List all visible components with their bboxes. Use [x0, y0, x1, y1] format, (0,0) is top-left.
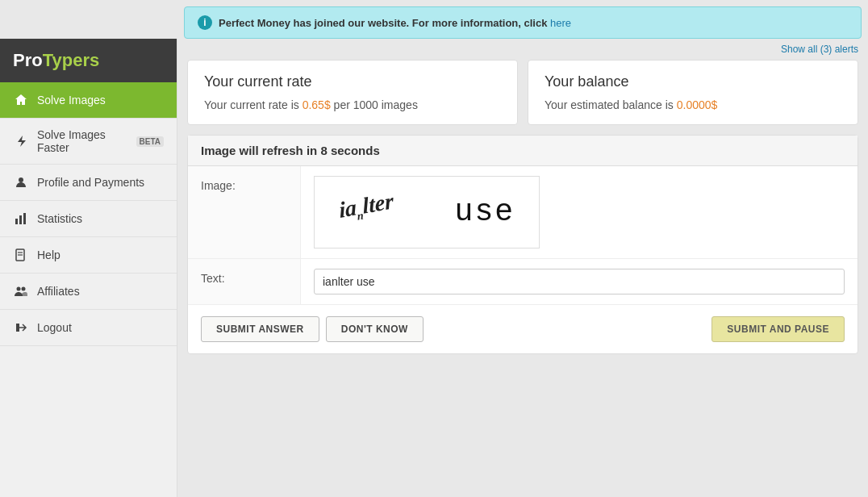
main-content: Show all (3) alerts Your current rate Yo… [177, 39, 868, 497]
info-icon: i [198, 15, 212, 30]
rate-value: 0.65$ [303, 98, 331, 111]
rate-card-body: Your current rate is 0.65$ per 1000 imag… [204, 98, 501, 111]
book-icon [13, 247, 29, 263]
sidebar-item-solve-faster[interactable]: Solve Images Faster BETA [0, 119, 177, 165]
text-field [301, 259, 858, 304]
logout-icon [13, 320, 29, 336]
bolt-icon [13, 133, 29, 149]
cards-row: Your current rate Your current rate is 0… [187, 60, 858, 125]
home-icon [13, 92, 29, 108]
alerts-link[interactable]: Show all (3) alerts [781, 44, 858, 55]
captcha-image: ianlter use [314, 176, 540, 248]
balance-value: 0.0000$ [677, 98, 718, 111]
text-label: Text: [188, 259, 301, 304]
people-icon [13, 283, 29, 299]
captcha-part1: ianlter [338, 188, 395, 226]
sidebar-label-profile: Profile and Payments [37, 176, 144, 189]
captcha-part2: use [455, 194, 515, 229]
sidebar-label-solve-images: Solve Images [37, 94, 106, 106]
sidebar-label-affiliates: Affiliates [37, 285, 80, 298]
captcha-input[interactable] [314, 269, 845, 294]
sidebar-label-solve-faster: Solve Images Faster [37, 128, 128, 154]
submit-answer-button[interactable]: SUBMIT ANSWER [201, 316, 319, 342]
sidebar-item-help[interactable]: Help [0, 237, 177, 274]
sidebar-label-statistics: Statistics [37, 212, 82, 225]
dont-know-button[interactable]: DON'T KNOW [326, 316, 424, 342]
svg-rect-3 [23, 213, 26, 224]
balance-card-title: Your balance [545, 73, 841, 90]
balance-card: Your balance Your estimated balance is 0… [528, 60, 858, 125]
rate-text-before: Your current rate is [204, 98, 299, 111]
sidebar-item-solve-images[interactable]: Solve Images [0, 82, 177, 119]
svg-point-8 [22, 287, 26, 291]
svg-rect-1 [15, 219, 18, 224]
sidebar-item-affiliates[interactable]: Affiliates [0, 274, 177, 310]
submit-and-pause-button[interactable]: SUBMIT AND PAUSE [712, 316, 845, 342]
chart-icon [13, 211, 29, 227]
captcha-field: ianlter use [301, 166, 858, 258]
banner-link[interactable]: here [550, 17, 571, 29]
image-row: Image: ianlter use [188, 166, 858, 259]
balance-text-before: Your estimated balance is [545, 98, 674, 111]
svg-point-7 [17, 287, 21, 291]
user-icon [13, 174, 29, 190]
svg-rect-2 [19, 215, 22, 224]
rate-card: Your current rate Your current rate is 0… [187, 60, 518, 125]
image-label: Image: [188, 166, 301, 258]
alerts-row: Show all (3) alerts [187, 39, 858, 60]
main-panel: Image will refresh in 8 seconds Image: i… [187, 135, 858, 354]
sidebar-item-statistics[interactable]: Statistics [0, 201, 177, 237]
sidebar: ProTypers Solve Images Solve Images Fast… [0, 39, 177, 497]
banner-text: Perfect Money has joined our website. Fo… [219, 17, 571, 29]
panel-header: Image will refresh in 8 seconds [188, 136, 858, 166]
balance-card-body: Your estimated balance is 0.0000$ [545, 98, 841, 111]
text-row: Text: [188, 259, 858, 305]
sidebar-label-help: Help [37, 248, 61, 261]
beta-badge: BETA [136, 136, 164, 147]
logo-pro: Pro [13, 50, 43, 70]
sidebar-item-logout[interactable]: Logout [0, 310, 177, 346]
svg-point-0 [19, 178, 23, 182]
rate-text-after: per 1000 images [334, 98, 418, 111]
sidebar-item-profile[interactable]: Profile and Payments [0, 165, 177, 201]
rate-card-title: Your current rate [204, 73, 501, 90]
action-row: SUBMIT ANSWER DON'T KNOW SUBMIT AND PAUS… [188, 305, 858, 353]
logo-typers: Typers [43, 50, 100, 70]
app-logo: ProTypers [0, 39, 177, 82]
announcement-banner: i Perfect Money has joined our website. … [184, 6, 862, 39]
sidebar-label-logout: Logout [37, 321, 72, 334]
